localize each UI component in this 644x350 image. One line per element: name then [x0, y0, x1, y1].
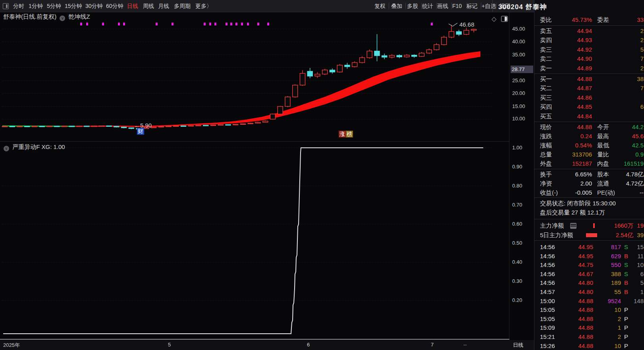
item: P [624, 305, 628, 314]
price-axis-label: 45.00 [512, 26, 532, 32]
zhang-badge[interactable]: 涨 [339, 131, 346, 137]
bid-label: 买三 [540, 93, 552, 102]
fin-row-value2: 4.72亿 [626, 179, 644, 188]
layout-toggle-icon[interactable] [3, 3, 9, 9]
bid-row-买二[interactable]: 买二44.877 [534, 83, 644, 93]
indicator-collapse-icon[interactable]: ∨ [60, 15, 65, 21]
bid-label: 买四 [540, 102, 552, 111]
detail-icon[interactable] [570, 223, 577, 229]
bid-price[interactable]: 44.85 [577, 102, 592, 111]
period-tab-1分钟[interactable]: 1分钟 [29, 0, 43, 12]
bid-row-买三[interactable]: 买三44.86 [534, 93, 644, 102]
period-tab-多周期[interactable]: 多周期 [174, 0, 191, 12]
ask-qty: 2 [640, 26, 644, 35]
ask-row-卖四[interactable]: 卖四44.932 [534, 35, 644, 44]
item: 14:56 [540, 269, 555, 278]
ask-price[interactable]: 44.92 [577, 45, 592, 54]
ask-price[interactable]: 44.89 [577, 64, 592, 73]
bid-row-买五[interactable]: 买五44.84 [534, 112, 644, 121]
item: 44.67 [562, 269, 593, 278]
item: 2 [594, 332, 621, 341]
fin-row-value: 6.65% [575, 170, 592, 179]
fin-row-value2: -- [640, 188, 644, 197]
indicator-axis-label: 0.80 [512, 183, 532, 189]
tool-button-多股[interactable]: 多股 [407, 0, 418, 12]
quote-row-label: 现价 [540, 122, 552, 131]
quote-row-label2: 量比 [597, 150, 609, 159]
bid-row-买四[interactable]: 买四44.856 [534, 102, 644, 111]
indicator-axis-label: 0.90 [512, 164, 532, 170]
quote-row-value: 0.54% [575, 141, 592, 150]
period-tab-更多〉[interactable]: 更多〉 [195, 0, 212, 12]
item: 44.95 [562, 242, 593, 251]
tool-button-+自选[interactable]: +自选 [482, 0, 496, 12]
fin-row: 净资2.00流通4.72亿 [534, 179, 644, 188]
bid-price[interactable]: 44.86 [577, 93, 592, 102]
news-badge[interactable]: 财 [137, 128, 144, 135]
ask-label: 卖二 [540, 54, 552, 63]
period-tab-日线[interactable]: 日线 [127, 0, 138, 12]
bang-badge[interactable]: 榜 [346, 131, 353, 137]
indicator-axis-label: 0.40 [512, 259, 532, 265]
period-tab-30分钟[interactable]: 30分钟 [85, 0, 103, 12]
item: 15:05 [540, 305, 555, 314]
period-tab-5分钟[interactable]: 5分钟 [47, 0, 61, 12]
price-axis-label: 25.00 [512, 77, 532, 83]
tool-button-复权[interactable]: 复权 [374, 0, 386, 12]
chart-title-row: 舒泰神(日线.前复权) ∨ 乾坤线Z [3, 13, 90, 21]
bid-price[interactable]: 44.88 [577, 74, 592, 83]
item: 6 [640, 269, 644, 278]
item: 14:57 [540, 287, 555, 296]
fin-row-value: 2.00 [580, 179, 592, 188]
period-label[interactable]: 日线 [513, 342, 523, 349]
tool-button-统计[interactable]: 统计 [422, 0, 433, 12]
period-tab-15分钟[interactable]: 15分钟 [65, 0, 82, 12]
item: 55 [594, 287, 621, 296]
item: 15 [637, 242, 644, 251]
ask-row-卖五[interactable]: 卖五44.942 [534, 26, 644, 35]
quote-row-value2: 0.9 [635, 150, 644, 159]
indicator-axis-label: 0.20 [512, 297, 532, 303]
quote-row-label2: 最高 [597, 131, 609, 141]
period-tab-月线[interactable]: 月线 [158, 0, 169, 12]
item: 1 [640, 287, 644, 296]
quote-row-value: 313706 [572, 150, 592, 159]
ask-qty: 5 [640, 45, 644, 54]
trade-tick-row: 14:5644.75550S10 [534, 260, 644, 269]
indicator-axis-label: 0.70 [512, 202, 532, 208]
item: 44.88 [562, 305, 593, 314]
period-tab-60分钟[interactable]: 60分钟 [106, 0, 123, 12]
bid-price[interactable]: 44.87 [577, 83, 592, 93]
ask-row-卖一[interactable]: 卖一44.892 [534, 64, 644, 73]
diamond-marker-icon[interactable]: ◇ [492, 15, 496, 23]
tool-button-标记[interactable]: 标记 [467, 0, 478, 12]
weibi-row-label2: 委差 [597, 15, 609, 24]
quote-row-label: 外盘 [540, 159, 552, 168]
tool-button-叠加[interactable]: 叠加 [391, 0, 402, 12]
ask-label: 卖五 [540, 26, 552, 35]
trade-tick-row: 14:5644.67388S6 [534, 269, 644, 278]
tool-button-F10[interactable]: F10 [452, 0, 462, 12]
item: 44.88 [562, 323, 593, 332]
candlestick-chart [0, 0, 509, 340]
indicator2-collapse-icon[interactable]: ∨ [4, 146, 9, 151]
period-tab-分时[interactable]: 分时 [13, 0, 24, 12]
ask-price[interactable]: 44.90 [577, 54, 592, 63]
ask-price[interactable]: 44.93 [577, 35, 592, 44]
toolbar-separator [436, 3, 437, 9]
ask-price[interactable]: 44.94 [577, 26, 592, 35]
fin-row-value: -0.005 [575, 188, 592, 197]
ask-row-卖三[interactable]: 卖三44.925 [534, 45, 644, 54]
quote-row-value2: 161519 [624, 159, 644, 168]
panel-split-icon[interactable] [501, 16, 508, 22]
quote-row: 涨跌0.24最高45.6 [534, 131, 644, 141]
bid-row-买一[interactable]: 买一44.8838 [534, 74, 644, 83]
ask-row-卖二[interactable]: 卖二44.907 [534, 54, 644, 63]
item: 15:09 [540, 323, 555, 332]
bid-price[interactable]: 44.84 [577, 112, 592, 121]
tdx-stock-app: { "toolbar": { "periods": [ {"label":"分时… [0, 0, 644, 350]
period-tab-周线[interactable]: 周线 [143, 0, 154, 12]
indicator-axis-label: 1.00 [512, 145, 532, 151]
price-axis-tag: 28.77 [511, 66, 533, 73]
tool-button-画线[interactable]: 画线 [437, 0, 448, 12]
